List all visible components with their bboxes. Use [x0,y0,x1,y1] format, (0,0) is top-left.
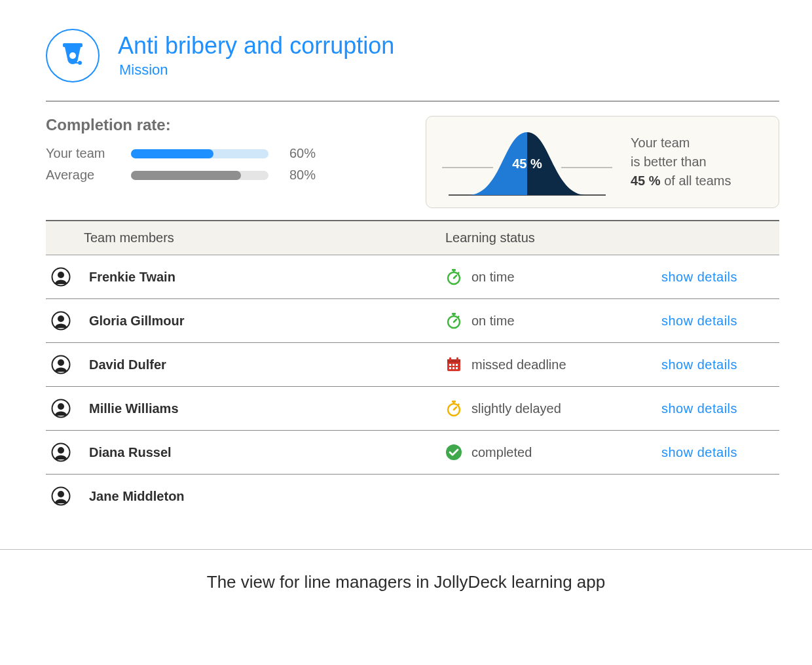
svg-point-38 [58,447,64,454]
svg-point-20 [58,359,64,366]
avatar-icon [51,399,71,418]
dist-line2: is better than [631,154,707,169]
svg-line-36 [458,404,459,405]
dist-line1: Your team [631,135,690,150]
table-row: Gloria Gillmouron timeshow details [46,299,779,343]
status-text: slightly delayed [471,401,561,416]
status-cell: missed deadline [445,356,661,373]
svg-line-12 [458,272,459,274]
show-details-link[interactable]: show details [661,445,737,459]
svg-rect-26 [452,364,454,366]
table-row: Jane Middleton [46,475,779,518]
svg-rect-25 [449,364,451,366]
member-name: Gloria Gillmour [89,314,185,329]
table-row: Millie Williamsslightly delayedshow deta… [46,387,779,431]
progress-fill [131,171,241,180]
status-text: completed [471,445,532,460]
calendar-icon [445,356,462,373]
avatar-icon [51,355,71,374]
svg-rect-30 [456,367,458,369]
status-cell: slightly delayed [445,400,661,417]
completion-label: Your team [46,146,131,161]
svg-point-41 [58,491,64,497]
member-name: Frenkie Twain [89,270,175,285]
member-name: Diana Russel [89,445,172,460]
table-row: Frenkie Twainon timeshow details [46,255,779,299]
completion-row: Your team60% [46,146,386,161]
svg-rect-24 [456,357,458,361]
mission-title: Anti bribery and corruption [118,33,394,59]
svg-point-1 [69,52,76,59]
svg-point-8 [58,272,64,278]
status-cell: on time [445,312,661,329]
avatar-icon [51,311,71,331]
mission-subtitle: Mission [119,62,394,79]
avatar-icon [51,442,71,462]
stopwatch-icon [445,268,462,285]
svg-point-39 [446,444,462,460]
completion-percent: 60% [289,146,316,161]
svg-line-18 [458,316,459,317]
svg-rect-29 [452,367,454,369]
mission-header: Anti bribery and corruption Mission [46,29,779,101]
status-text: on time [471,270,515,285]
stopwatch-icon [445,312,462,329]
figure-caption: The view for line managers in JollyDeck … [0,549,812,624]
distribution-text: Your team is better than 45 % of all tea… [631,134,731,190]
dist-strong: 45 % [631,173,661,188]
completion-label: Average [46,168,131,183]
progress-track [131,149,268,158]
svg-rect-16 [452,313,456,315]
progress-track [131,171,268,180]
distribution-box: 45 % Your team is better than 45 % of al… [426,116,779,208]
col-header-members: Team members [46,230,445,245]
status-cell: on time [445,268,661,285]
svg-rect-27 [456,364,458,366]
member-name: Millie Williams [89,401,179,416]
svg-rect-10 [452,269,456,271]
avatar-icon [51,267,71,287]
svg-rect-34 [452,401,456,403]
show-details-link[interactable]: show details [661,357,737,372]
bell-percent: 45 % [512,156,542,171]
completion-row: Average80% [46,168,386,183]
show-details-link[interactable]: show details [661,401,737,416]
status-cell: completed [445,444,661,461]
completion-percent: 80% [289,168,316,183]
completion-block: Completion rate: Your team60%Average80% [46,116,386,208]
show-details-link[interactable]: show details [661,314,737,328]
svg-rect-23 [449,357,451,361]
status-text: on time [471,314,515,329]
svg-point-14 [58,315,64,322]
svg-rect-0 [63,43,83,47]
status-text: missed deadline [471,357,566,372]
table-header: Team members Learning status [46,220,779,255]
svg-point-32 [58,403,64,410]
col-header-status: Learning status [445,230,661,245]
table-body: Frenkie Twainon timeshow detailsGloria G… [46,255,779,518]
table-row: Diana Russelcompletedshow details [46,431,779,475]
stopwatch-icon [445,400,462,417]
mission-icon [46,29,100,82]
check-circle-icon [445,444,462,461]
avatar-icon [51,486,71,506]
dist-tail: of all teams [661,173,731,188]
show-details-link[interactable]: show details [661,270,737,284]
member-name: David Dulfer [89,357,166,372]
completion-title: Completion rate: [46,116,386,134]
table-row: David Dulfermissed deadlineshow details [46,343,779,387]
member-name: Jane Middleton [89,489,185,504]
progress-fill [131,149,213,158]
svg-rect-28 [449,367,451,369]
svg-rect-3 [73,62,80,63]
bell-curve: 45 % [442,124,612,200]
